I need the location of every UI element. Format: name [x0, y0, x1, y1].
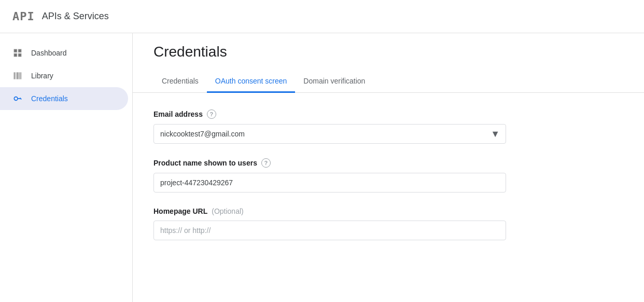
- header: API APIs & Services: [0, 0, 644, 33]
- homepage-form-group: Homepage URL (Optional): [153, 207, 623, 240]
- sidebar-item-dashboard[interactable]: Dashboard: [0, 42, 128, 64]
- tabs: Credentials OAuth consent screen Domain …: [153, 71, 623, 92]
- app-title: APIs & Services: [42, 11, 109, 22]
- sidebar-credentials-label: Credentials: [31, 94, 68, 103]
- credentials-icon: [12, 93, 23, 104]
- svg-point-4: [14, 97, 18, 101]
- svg-rect-3: [19, 72, 22, 79]
- sidebar-library-label: Library: [31, 72, 53, 80]
- content-area: Credentials Credentials OAuth consent sc…: [133, 33, 644, 302]
- dashboard-icon: [12, 48, 23, 58]
- svg-rect-1: [16, 72, 17, 79]
- page-title: Credentials: [153, 44, 623, 60]
- logo: API APIs & Services: [12, 10, 109, 23]
- homepage-optional-text: (Optional): [212, 207, 243, 215]
- sidebar-item-library[interactable]: Library: [0, 64, 128, 87]
- sidebar: Dashboard Library: [0, 33, 133, 302]
- svg-rect-2: [17, 72, 18, 79]
- email-help-icon[interactable]: ?: [207, 109, 216, 119]
- homepage-label: Homepage URL (Optional): [153, 207, 623, 215]
- sidebar-dashboard-label: Dashboard: [31, 49, 67, 57]
- main-layout: Dashboard Library: [0, 33, 644, 302]
- product-name-input[interactable]: [153, 173, 506, 193]
- tab-domain-verification[interactable]: Domain verification: [295, 71, 373, 93]
- product-name-help-icon[interactable]: ?: [261, 158, 271, 168]
- homepage-url-input[interactable]: [153, 221, 506, 240]
- content-header: Credentials Credentials OAuth consent sc…: [133, 33, 644, 93]
- email-label-text: Email address: [153, 110, 203, 118]
- email-label: Email address ?: [153, 109, 623, 119]
- homepage-label-text: Homepage URL: [153, 207, 207, 215]
- product-name-form-group: Product name shown to users ?: [153, 158, 623, 193]
- tab-credentials[interactable]: Credentials: [153, 71, 207, 93]
- email-select[interactable]: nickcooktest7@gmail.com: [153, 124, 506, 144]
- product-name-label-text: Product name shown to users: [153, 159, 257, 167]
- email-form-group: Email address ? nickcooktest7@gmail.com …: [153, 109, 623, 144]
- tab-oauth[interactable]: OAuth consent screen: [207, 71, 296, 93]
- library-icon: [12, 71, 23, 81]
- product-name-label: Product name shown to users ?: [153, 158, 623, 168]
- api-logo: API: [12, 10, 35, 23]
- form-content: Email address ? nickcooktest7@gmail.com …: [133, 93, 644, 271]
- sidebar-item-credentials[interactable]: Credentials: [0, 87, 128, 110]
- svg-rect-0: [14, 72, 16, 79]
- email-select-wrapper: nickcooktest7@gmail.com ▼: [153, 124, 506, 144]
